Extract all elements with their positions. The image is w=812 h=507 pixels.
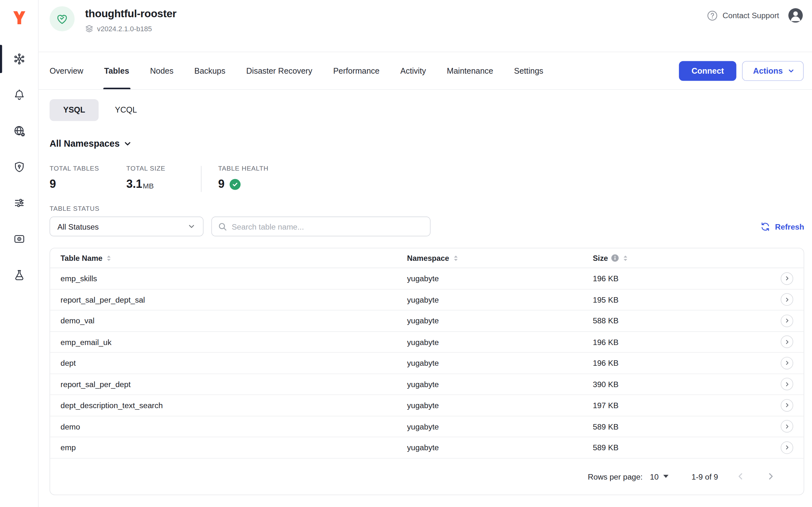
api-toggle: YSQL YCQL (49, 99, 804, 121)
stat-total-size: TOTAL SIZE 3.1 MB (126, 165, 201, 191)
cell-namespace: yugabyte (407, 401, 593, 410)
sidebar-item-snapshots[interactable] (0, 225, 38, 253)
tab-nodes[interactable]: Nodes (150, 52, 173, 89)
table-header-row: Table Name Namespace Size (50, 248, 804, 268)
sidebar-item-alerts[interactable] (0, 81, 38, 109)
cell-size: 196 KB (593, 274, 770, 283)
contact-support-link[interactable]: Contact Support (706, 10, 779, 21)
clusters-icon (13, 53, 25, 65)
row-open-button[interactable] (781, 420, 793, 433)
toggle-ycql[interactable]: YCQL (99, 99, 153, 121)
table-row[interactable]: report_sal_per_dept yugabyte 390 KB (50, 374, 804, 395)
column-header-namespace[interactable]: Namespace (407, 254, 459, 262)
table-row[interactable]: dept_description_text_search yugabyte 19… (50, 395, 804, 416)
rows-per-page-select[interactable]: 10 (650, 472, 668, 481)
refresh-label: Refresh (775, 222, 804, 231)
cell-namespace: yugabyte (407, 422, 593, 431)
cell-size: 195 KB (593, 295, 770, 304)
column-label: Table Name (61, 254, 102, 262)
next-page-button[interactable] (765, 471, 776, 482)
row-open-button[interactable] (781, 399, 793, 411)
sidebar-item-network-config[interactable] (0, 117, 38, 145)
tab-maintenance[interactable]: Maintenance (447, 52, 493, 89)
filter-row: All Statuses (49, 217, 804, 236)
row-open-button[interactable] (781, 378, 793, 390)
cell-table-name: report_sal_per_dept_sal (61, 295, 407, 304)
cluster-health-badge[interactable] (49, 6, 75, 32)
column-header-size[interactable]: Size (593, 254, 629, 262)
cell-namespace: yugabyte (407, 359, 593, 368)
table-search (211, 217, 431, 236)
cell-table-name: dept (61, 359, 407, 368)
help-icon (706, 10, 718, 21)
namespace-filter[interactable]: All Namespaces (49, 138, 132, 149)
sidebar-item-settings-sliders[interactable] (0, 189, 38, 217)
table-row[interactable]: demo_val yugabyte 588 KB (50, 311, 804, 332)
stat-table-health: TABLE HEALTH 9 (218, 165, 295, 191)
sidebar-item-security[interactable] (0, 153, 38, 181)
health-check-icon (230, 179, 240, 189)
heart-check-icon (55, 12, 69, 26)
cell-table-name: emp (61, 443, 407, 452)
avatar[interactable] (788, 7, 804, 23)
actions-button[interactable]: Actions (742, 61, 804, 81)
search-icon (218, 222, 227, 231)
snapshot-icon (13, 233, 25, 245)
connect-button[interactable]: Connect (679, 61, 737, 81)
table-pagination: Rows per page: 10 1-9 of 9 (50, 458, 804, 494)
tab-backups[interactable]: Backups (194, 52, 225, 89)
row-open-button[interactable] (781, 272, 793, 285)
tab-performance[interactable]: Performance (333, 52, 380, 89)
chevron-down-icon (123, 139, 132, 148)
cell-table-name: emp_skills (61, 274, 407, 283)
table-row[interactable]: demo yugabyte 589 KB (50, 416, 804, 437)
info-icon (611, 254, 619, 262)
tab-tables[interactable]: Tables (104, 52, 129, 89)
row-open-button[interactable] (781, 336, 793, 348)
tab-overview[interactable]: Overview (49, 52, 83, 89)
caret-down-icon (663, 475, 668, 478)
row-open-button[interactable] (781, 293, 793, 306)
cell-table-name: dept_description_text_search (61, 401, 407, 410)
stats-row: TOTAL TABLES 9 TOTAL SIZE 3.1 MB TABLE H… (49, 165, 804, 192)
row-open-button[interactable] (781, 357, 793, 369)
app-window: thoughtful-rooster v2024.2.1.0-b185 (0, 0, 812, 507)
previous-page-button[interactable] (735, 471, 746, 482)
status-select-value: All Statuses (57, 222, 99, 231)
yugabyte-logo-icon[interactable] (11, 9, 28, 26)
chevron-down-icon (788, 67, 795, 74)
toggle-ysql[interactable]: YSQL (49, 99, 99, 121)
table-row[interactable]: report_sal_per_dept_sal yugabyte 195 KB (50, 289, 804, 310)
row-open-button[interactable] (781, 441, 793, 454)
sidebar-item-labs[interactable] (0, 261, 38, 289)
cell-size: 197 KB (593, 401, 770, 410)
tables-card: Table Name Namespace Size (49, 248, 804, 495)
table-row[interactable]: emp_skills yugabyte 196 KB (50, 268, 804, 289)
cell-size: 589 KB (593, 422, 770, 431)
namespace-filter-label: All Namespaces (49, 138, 120, 149)
rows-per-page-label: Rows per page: (588, 472, 643, 481)
flask-icon (13, 269, 25, 281)
cell-size: 196 KB (593, 337, 770, 346)
tabs: Overview Tables Nodes Backups Disaster R… (49, 52, 543, 89)
cell-size: 588 KB (593, 316, 770, 325)
tab-settings[interactable]: Settings (514, 52, 543, 89)
shield-lock-icon (13, 161, 25, 173)
tabbar: Overview Tables Nodes Backups Disaster R… (39, 52, 812, 90)
pagination-range: 1-9 of 9 (692, 472, 718, 481)
bell-icon (13, 89, 25, 101)
table-row[interactable]: dept yugabyte 196 KB (50, 353, 804, 374)
table-health-value: 9 (218, 177, 224, 191)
tab-disaster-recovery[interactable]: Disaster Recovery (246, 52, 312, 89)
row-open-button[interactable] (781, 315, 793, 327)
table-row[interactable]: emp_email_uk yugabyte 196 KB (50, 332, 804, 353)
search-input[interactable] (231, 222, 424, 231)
status-select[interactable]: All Statuses (49, 217, 204, 236)
sort-icon (106, 255, 112, 262)
tab-activity[interactable]: Activity (400, 52, 426, 89)
table-row[interactable]: emp yugabyte 589 KB (50, 437, 804, 458)
refresh-button[interactable]: Refresh (760, 222, 804, 231)
sidebar-item-clusters[interactable] (0, 45, 38, 73)
column-header-table-name[interactable]: Table Name (61, 254, 113, 262)
column-label: Size (593, 254, 608, 262)
